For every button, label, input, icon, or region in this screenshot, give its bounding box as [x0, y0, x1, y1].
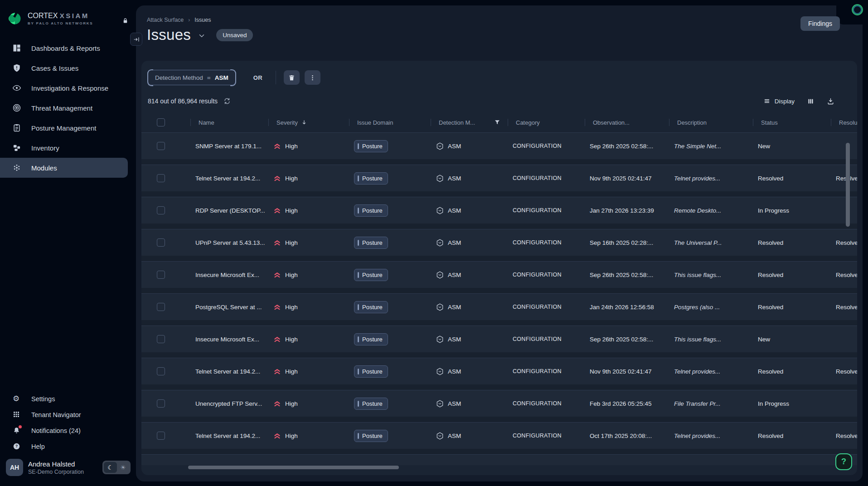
- header-status[interactable]: Status: [753, 112, 831, 132]
- sidebar-item-settings[interactable]: ⚙ Settings: [0, 391, 136, 407]
- sidebar-item-modules[interactable]: Modules: [0, 158, 128, 178]
- sidebar-item-threat[interactable]: Threat Management: [0, 98, 128, 118]
- sidebar-item-tenant-navigator[interactable]: Tenant Navigator: [0, 407, 136, 423]
- breadcrumb-root[interactable]: Attack Surface: [147, 17, 184, 23]
- cell-detection-method: ASM: [431, 197, 508, 224]
- filter-more-options-button[interactable]: [305, 70, 320, 85]
- moon-icon[interactable]: ☾: [104, 462, 117, 473]
- cell-resolution: Resolved: [831, 165, 857, 191]
- cell-resolution: [831, 197, 857, 224]
- sidebar-item-cases-issues[interactable]: Cases & Issues: [0, 58, 128, 78]
- cell-name: Unencrypted FTP Serv...: [190, 390, 268, 417]
- collapse-panel-icon[interactable]: [130, 33, 142, 46]
- cell-issue-domain: Posture: [349, 133, 431, 159]
- theme-toggle[interactable]: ☾ ☀: [102, 461, 131, 474]
- detection-method-label: ASM: [448, 304, 461, 311]
- sidebar-item-posture[interactable]: Posture Management: [0, 118, 128, 138]
- help-button[interactable]: ?: [835, 453, 852, 470]
- sidebar-lock-icon[interactable]: [122, 17, 129, 24]
- cell-select: [154, 358, 190, 384]
- cell-select: [154, 133, 190, 159]
- header-description[interactable]: Description: [669, 112, 753, 132]
- header-category[interactable]: Category: [508, 112, 585, 132]
- header-observation[interactable]: Observation...: [585, 112, 669, 132]
- table-row[interactable]: Telnet Server at 194.2... High Posture A…: [141, 358, 857, 390]
- table-row[interactable]: RDP Server (DESKTOP... High Posture ASM …: [141, 197, 857, 229]
- manage-columns-icon[interactable]: [807, 98, 815, 105]
- cell-observation: Sep 26th 2025 02:58:...: [585, 133, 669, 159]
- detection-method-label: ASM: [448, 239, 461, 246]
- cell-issue-domain: Posture: [349, 229, 431, 256]
- table-row[interactable]: Telnet Server at 194.2... High Posture A…: [141, 422, 857, 454]
- cell-category: CONFIGURATION: [508, 197, 585, 224]
- delete-filter-button[interactable]: [284, 70, 300, 85]
- header-resolution[interactable]: Resolu...: [831, 112, 857, 132]
- trash-icon: [288, 74, 295, 81]
- display-button[interactable]: Display: [763, 98, 795, 105]
- row-checkbox[interactable]: [157, 271, 165, 279]
- cell-category: CONFIGURATION: [508, 390, 585, 417]
- user-profile[interactable]: AH Andrea Halsted SE-Demo Corporation ☾ …: [0, 454, 136, 483]
- refresh-icon[interactable]: [223, 97, 231, 105]
- badge-accent-bar: [358, 175, 359, 181]
- header-select-all[interactable]: [154, 112, 190, 132]
- filter-connector[interactable]: OR: [253, 74, 263, 81]
- cell-issue-domain: Posture: [349, 358, 431, 384]
- cell-select: [154, 390, 190, 417]
- cell-detection-method: ASM: [431, 165, 508, 191]
- table-row[interactable]: PostgreSQL Server at ... High Posture AS…: [141, 293, 857, 326]
- sidebar-item-label: Modules: [31, 164, 57, 172]
- cell-observation: Feb 3rd 2026 05:25:45: [585, 390, 669, 417]
- row-checkbox[interactable]: [157, 174, 165, 182]
- filter-funnel-icon[interactable]: [494, 119, 500, 126]
- vertical-scrollbar-thumb[interactable]: [846, 143, 850, 227]
- target-icon: [12, 103, 21, 112]
- cell-detection-method: ASM: [431, 358, 508, 384]
- table-row[interactable]: SNMP Server at 179.1... High Posture ASM…: [141, 132, 857, 165]
- table-row[interactable]: Unencrypted FTP Serv... High Posture ASM…: [141, 390, 857, 422]
- select-all-checkbox[interactable]: [157, 118, 165, 126]
- row-checkbox[interactable]: [157, 432, 165, 440]
- header-severity[interactable]: Severity: [268, 112, 349, 132]
- sidebar-item-help[interactable]: ? Help: [0, 438, 136, 454]
- cell-issue-domain: Posture: [349, 390, 431, 417]
- download-icon[interactable]: [827, 97, 834, 105]
- row-checkbox[interactable]: [157, 206, 165, 214]
- cell-observation: Jan 24th 2026 12:56:58: [585, 294, 669, 320]
- horizontal-scrollbar-thumb[interactable]: [188, 466, 399, 469]
- table-row[interactable]: Telnet Server at 194.2... High Posture A…: [141, 165, 857, 197]
- detection-method-label: ASM: [448, 368, 461, 375]
- cell-status: Resolved: [753, 423, 831, 449]
- row-checkbox[interactable]: [157, 367, 165, 375]
- svg-text:?: ?: [15, 444, 18, 448]
- issue-domain-badge: Posture: [354, 365, 388, 378]
- row-checkbox[interactable]: [157, 238, 165, 247]
- header-detection-method[interactable]: Detection M...: [431, 112, 508, 132]
- row-checkbox[interactable]: [157, 142, 165, 150]
- sun-icon[interactable]: ☀: [117, 462, 129, 473]
- cell-observation: Nov 9th 2025 02:41:47: [585, 165, 669, 191]
- row-checkbox[interactable]: [157, 335, 165, 343]
- table-row[interactable]: Insecure Microsoft Ex... High Posture AS…: [141, 326, 857, 358]
- cell-observation: Sep 26th 2025 02:58:...: [585, 326, 669, 352]
- kebab-menu-icon: [309, 74, 316, 81]
- header-issue-domain[interactable]: Issue Domain: [349, 112, 431, 132]
- asm-hexagon-icon: [436, 238, 444, 247]
- page-title: Issues: [147, 26, 191, 44]
- cell-detection-method: ASM: [431, 229, 508, 256]
- sidebar-item-dashboards[interactable]: Dashboards & Reports: [0, 38, 128, 58]
- table-row[interactable]: Insecure Microsoft Ex... High Posture AS…: [141, 261, 857, 293]
- header-name[interactable]: Name: [190, 112, 268, 132]
- row-checkbox[interactable]: [157, 399, 165, 408]
- avatar[interactable]: AH: [6, 459, 23, 476]
- table-row[interactable]: UPnP Server at 5.43.13... High Posture A…: [141, 229, 857, 261]
- sidebar-item-investigation[interactable]: Investigation & Response: [0, 78, 128, 98]
- severity-high-icon: [273, 142, 281, 150]
- title-chevron-down-icon[interactable]: [198, 32, 206, 40]
- row-checkbox[interactable]: [157, 303, 165, 311]
- filter-chip[interactable]: Detection Method = ASM: [148, 70, 236, 85]
- findings-button[interactable]: Findings: [800, 16, 840, 31]
- sidebar-item-inventory[interactable]: Inventory: [0, 138, 128, 158]
- recorder-indicator-icon[interactable]: [852, 4, 863, 15]
- sidebar-item-notifications[interactable]: Notifications (24): [0, 423, 136, 438]
